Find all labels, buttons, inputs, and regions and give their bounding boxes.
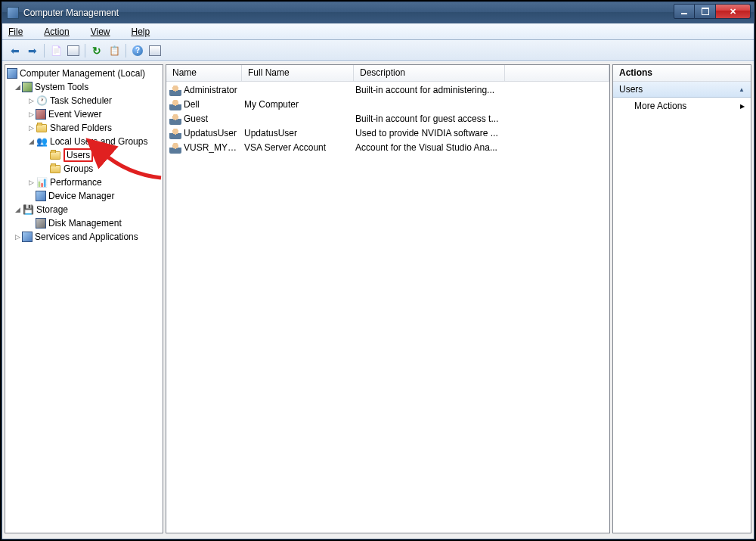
column-fullname[interactable]: Full Name bbox=[242, 65, 354, 81]
column-description[interactable]: Description bbox=[354, 65, 505, 81]
list-row[interactable]: GuestBuilt-in account for guest access t… bbox=[166, 111, 609, 126]
column-blank[interactable] bbox=[505, 65, 609, 81]
services-icon bbox=[22, 232, 33, 242]
app-icon bbox=[7, 7, 19, 19]
list-row[interactable]: AdministratorBuilt-in account for admini… bbox=[166, 82, 609, 97]
properties-button[interactable] bbox=[65, 42, 82, 59]
tree-device-manager[interactable]: Device Manager bbox=[5, 189, 163, 203]
cell-fullname: VSA Server Account bbox=[244, 142, 355, 153]
window-controls bbox=[674, 4, 751, 19]
up-button[interactable] bbox=[48, 42, 64, 59]
menu-file[interactable]: File bbox=[8, 26, 33, 37]
cell-description: Built-in account for administering... bbox=[355, 85, 522, 95]
list-header: Name Full Name Description bbox=[166, 65, 609, 82]
tree-shared-folders[interactable]: ▷ Shared Folders bbox=[5, 121, 163, 135]
toolbar-separator bbox=[44, 44, 45, 58]
minimize-button[interactable] bbox=[674, 4, 695, 19]
export-button[interactable] bbox=[106, 42, 122, 59]
tree-root[interactable]: Computer Management (Local) bbox=[5, 67, 163, 80]
extra-button[interactable] bbox=[147, 42, 163, 59]
window-title: Computer Management bbox=[23, 8, 674, 18]
user-icon bbox=[169, 84, 181, 96]
tree-users[interactable]: Users bbox=[5, 148, 163, 162]
tools-icon bbox=[22, 82, 33, 92]
actions-pane: Actions Users More Actions bbox=[612, 64, 751, 533]
toolbar-separator bbox=[85, 44, 85, 58]
list-row[interactable]: VUSR_MY_D...VSA Server AccountAccount fo… bbox=[166, 140, 609, 154]
forward-button[interactable] bbox=[24, 42, 41, 59]
titlebar[interactable]: Computer Management bbox=[2, 2, 754, 23]
folder-icon bbox=[49, 163, 61, 175]
maximize-button[interactable] bbox=[695, 4, 716, 19]
back-button[interactable] bbox=[7, 42, 23, 59]
event-icon bbox=[36, 109, 46, 120]
actions-section-users[interactable]: Users bbox=[613, 82, 751, 98]
menu-action[interactable]: Action bbox=[44, 26, 79, 37]
content-area: Computer Management (Local) ◢ System Too… bbox=[2, 61, 754, 536]
tree-pane: Computer Management (Local) ◢ System Too… bbox=[5, 64, 163, 533]
expand-icon[interactable]: ▷ bbox=[26, 110, 36, 118]
cell-description: Built-in account for guest access t... bbox=[355, 113, 522, 124]
tree-event-viewer[interactable]: ▷ Event Viewer bbox=[5, 107, 163, 121]
cell-name: VUSR_MY_D... bbox=[184, 142, 244, 153]
cell-name: UpdatusUser bbox=[184, 128, 244, 138]
list-row[interactable]: DellMy Computer bbox=[166, 97, 609, 111]
collapse-icon[interactable]: ◢ bbox=[13, 83, 22, 91]
tree-services-apps[interactable]: ▷ Services and Applications bbox=[5, 230, 163, 244]
cell-fullname: My Computer bbox=[244, 99, 355, 110]
help-button[interactable] bbox=[129, 42, 146, 59]
toolbar bbox=[2, 40, 754, 61]
list-pane: Name Full Name Description Administrator… bbox=[166, 64, 610, 533]
user-icon bbox=[169, 141, 181, 154]
actions-more[interactable]: More Actions bbox=[613, 98, 751, 114]
actions-more-label: More Actions bbox=[634, 101, 686, 111]
expand-icon[interactable]: ▷ bbox=[26, 124, 36, 132]
collapse-icon[interactable]: ◢ bbox=[13, 206, 22, 213]
list-body: AdministratorBuilt-in account for admini… bbox=[166, 82, 609, 533]
tree: Computer Management (Local) ◢ System Too… bbox=[5, 67, 163, 244]
cell-name: Guest bbox=[184, 113, 244, 124]
user-icon bbox=[169, 113, 181, 125]
expand-icon[interactable]: ▷ bbox=[26, 97, 36, 104]
tree-groups[interactable]: Groups bbox=[5, 162, 163, 176]
device-icon bbox=[36, 191, 46, 201]
statusbar bbox=[2, 536, 754, 539]
disk-icon bbox=[36, 218, 46, 229]
tree-system-tools[interactable]: ◢ System Tools bbox=[5, 80, 163, 94]
expand-icon[interactable]: ▷ bbox=[13, 233, 22, 241]
collapse-icon[interactable]: ◢ bbox=[26, 138, 36, 145]
cell-fullname: UpdatusUser bbox=[244, 128, 355, 138]
cell-description: Account for the Visual Studio Ana... bbox=[355, 142, 522, 153]
cell-name: Dell bbox=[184, 99, 244, 110]
app-window: Computer Management File Action View Hel… bbox=[2, 2, 754, 539]
tree-disk-management[interactable]: Disk Management bbox=[5, 216, 163, 230]
user-icon bbox=[169, 98, 181, 110]
perf-icon: 📊 bbox=[36, 176, 48, 188]
menu-view[interactable]: View bbox=[91, 26, 121, 37]
list-row[interactable]: UpdatusUserUpdatusUserUsed to provide NV… bbox=[166, 126, 609, 140]
tree-local-users-groups[interactable]: ◢ 👥 Local Users and Groups bbox=[5, 135, 163, 148]
actions-section-label: Users bbox=[619, 84, 643, 95]
tree-task-scheduler[interactable]: ▷ 🕐 Task Scheduler bbox=[5, 94, 163, 107]
user-icon bbox=[169, 127, 181, 139]
cell-name: Administrator bbox=[184, 85, 244, 95]
column-name[interactable]: Name bbox=[166, 65, 242, 81]
toolbar-separator bbox=[125, 44, 126, 58]
cell-description: Used to provide NVIDIA software ... bbox=[355, 128, 522, 138]
menu-help[interactable]: Help bbox=[132, 26, 161, 37]
clock-icon: 🕐 bbox=[36, 95, 48, 107]
folder-icon bbox=[36, 122, 48, 134]
tree-performance[interactable]: ▷ 📊 Performance bbox=[5, 176, 163, 189]
expand-icon[interactable]: ▷ bbox=[26, 179, 36, 186]
refresh-button[interactable] bbox=[88, 42, 105, 59]
users-icon: 👥 bbox=[36, 135, 48, 148]
folder-icon bbox=[49, 149, 61, 161]
tree-storage[interactable]: ◢ 💾 Storage bbox=[5, 203, 163, 216]
mgmt-icon bbox=[7, 68, 17, 79]
actions-header: Actions bbox=[613, 65, 751, 82]
close-button[interactable] bbox=[716, 4, 751, 19]
menubar: File Action View Help bbox=[2, 23, 754, 40]
storage-icon: 💾 bbox=[22, 204, 34, 216]
